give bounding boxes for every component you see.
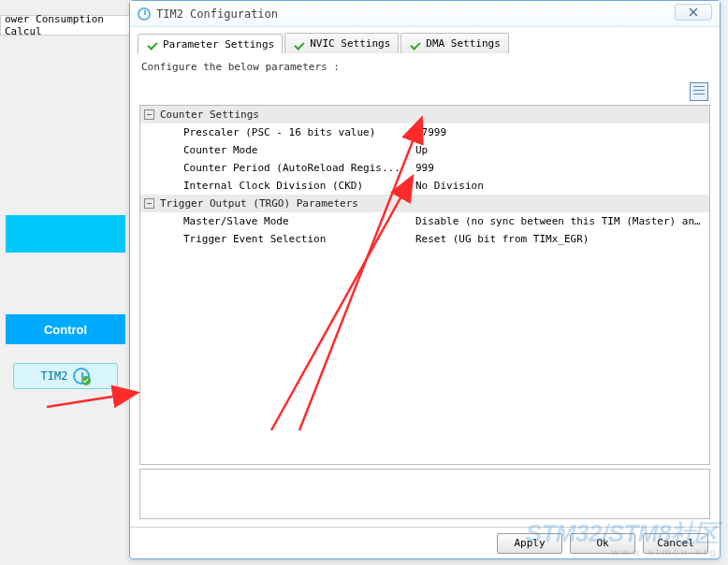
tab-dma-settings[interactable]: DMA Settings	[400, 33, 508, 53]
param-row[interactable]: Master/Slave Mode Disable (no sync betwe…	[140, 212, 709, 230]
param-value[interactable]: 47999	[415, 126, 706, 138]
watermark-url: www stmcu org	[612, 546, 719, 558]
background-tab-label: ower Consumption Calcul	[5, 13, 126, 37]
svg-line-2	[47, 393, 136, 407]
group-label: Counter Settings	[160, 109, 259, 121]
param-value[interactable]: 999	[415, 162, 706, 174]
param-row[interactable]: Prescaler (PSC - 16 bits value) 47999	[140, 123, 709, 141]
param-label: Master/Slave Mode	[144, 215, 415, 227]
group-label: Trigger Output (TRGO) Parameters	[160, 197, 358, 210]
collapse-icon[interactable]: −	[144, 198, 154, 209]
param-value[interactable]: Reset (UG bit from TIMx_EGR)	[415, 233, 706, 245]
collapse-icon[interactable]: −	[144, 109, 154, 120]
list-view-button[interactable]	[690, 82, 708, 101]
param-row[interactable]: Counter Period (AutoReload Regis... 999	[140, 159, 709, 177]
tab-label: NVIC Settings	[310, 37, 390, 50]
window-close-button[interactable]	[675, 4, 712, 21]
tab-nvic-settings[interactable]: NVIC Settings	[284, 33, 399, 53]
param-label: Prescaler (PSC - 16 bits value)	[144, 126, 415, 138]
background-tab[interactable]: ower Consumption Calcul	[0, 15, 131, 36]
check-icon	[409, 37, 422, 51]
control-section-header[interactable]: Control	[6, 314, 125, 344]
param-row[interactable]: Counter Mode Up	[140, 141, 709, 159]
param-label: Counter Period (AutoReload Regis...	[144, 162, 415, 174]
tab-label: DMA Settings	[426, 37, 500, 50]
tab-parameter-settings[interactable]: Parameter Settings	[138, 34, 283, 54]
param-label: Internal Clock Division (CKD)	[144, 180, 415, 192]
tab-label: Parameter Settings	[163, 38, 274, 51]
tab-bar: Parameter Settings NVIC Settings DMA Set…	[130, 27, 720, 53]
control-label: Control	[44, 323, 87, 337]
param-row[interactable]: Internal Clock Division (CKD) No Divisio…	[140, 177, 709, 195]
parameter-tree[interactable]: − Counter Settings Prescaler (PSC - 16 b…	[139, 105, 710, 465]
background-pane	[6, 215, 125, 253]
dialog-content: Configure the below parameters : − Count…	[130, 53, 720, 527]
timer-icon	[138, 7, 151, 21]
tim2-peripheral-button[interactable]: TIM2	[13, 363, 118, 389]
param-value[interactable]: No Division	[415, 180, 706, 192]
param-row[interactable]: Trigger Event Selection Reset (UG bit fr…	[140, 230, 709, 248]
instruction-text: Configure the below parameters :	[139, 59, 710, 79]
param-value[interactable]: Disable (no sync between this TIM (Maste…	[415, 215, 706, 227]
check-badge-icon	[81, 376, 91, 385]
param-label: Counter Mode	[144, 144, 415, 156]
dialog-titlebar[interactable]: TIM2 Configuration	[130, 1, 720, 27]
group-trigger-output[interactable]: − Trigger Output (TRGO) Parameters	[140, 195, 709, 212]
dialog-title: TIM2 Configuration	[156, 7, 278, 21]
watermark: STM32/STM8社区	[526, 517, 719, 550]
tim2-config-dialog: TIM2 Configuration Parameter Settings NV…	[129, 0, 721, 559]
clock-icon	[73, 368, 90, 384]
tim2-label: TIM2	[41, 369, 68, 383]
check-icon	[146, 37, 159, 51]
check-icon	[293, 37, 306, 51]
param-label: Trigger Event Selection	[144, 233, 415, 245]
param-toolbar	[139, 82, 710, 101]
list-icon	[693, 86, 705, 97]
close-icon	[687, 7, 700, 17]
param-value[interactable]: Up	[415, 144, 706, 156]
description-box	[139, 469, 710, 519]
group-counter-settings[interactable]: − Counter Settings	[140, 106, 709, 123]
